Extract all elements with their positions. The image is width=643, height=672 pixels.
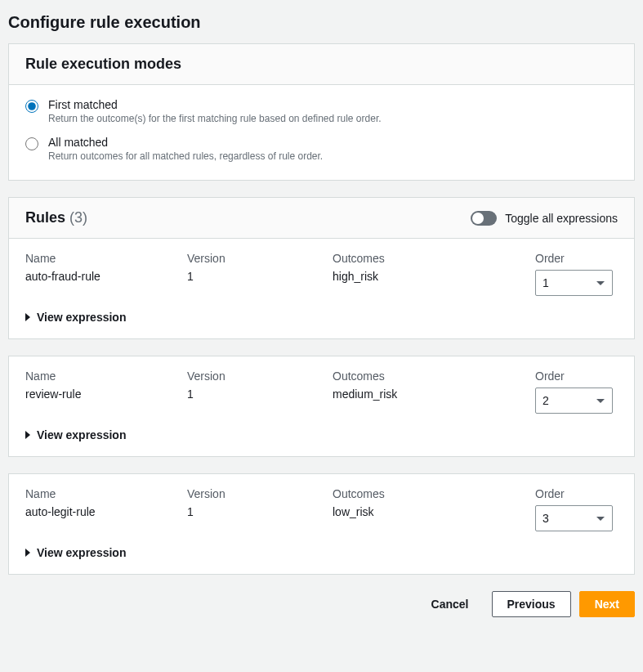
col-outcomes: Outcomes (333, 487, 529, 500)
col-order: Order (535, 487, 618, 500)
col-version: Version (187, 252, 326, 265)
rules-title: Rules (3) (25, 209, 87, 226)
view-expression-label: View expression (37, 311, 126, 324)
toggle-expressions[interactable]: Toggle all expressions (471, 211, 618, 226)
col-version: Version (187, 487, 326, 500)
rule-outcomes: high_risk (333, 270, 529, 283)
rule-card: Name auto-legit-rule Version 1 Outcomes … (8, 473, 635, 575)
toggle-label: Toggle all expressions (505, 212, 618, 225)
rules-count: (3) (69, 209, 87, 226)
chevron-right-icon (25, 431, 30, 439)
order-value: 3 (543, 512, 549, 525)
mode-desc-first: Return the outcome(s) for the first matc… (48, 113, 382, 124)
view-expression-toggle[interactable]: View expression (9, 301, 634, 338)
col-order: Order (535, 252, 618, 265)
mode-option-all[interactable]: All matched Return outcomes for all matc… (25, 136, 618, 162)
mode-label-first: First matched (48, 98, 382, 111)
order-value: 1 (543, 276, 549, 289)
order-value: 2 (543, 394, 549, 407)
rule-version: 1 (187, 505, 326, 518)
chevron-right-icon (25, 313, 30, 321)
view-expression-toggle[interactable]: View expression (9, 536, 634, 574)
caret-down-icon (596, 281, 605, 285)
col-outcomes: Outcomes (333, 252, 529, 265)
col-order: Order (535, 370, 618, 383)
view-expression-toggle[interactable]: View expression (9, 419, 634, 456)
col-name: Name (25, 252, 181, 265)
view-expression-label: View expression (37, 428, 126, 441)
view-expression-label: View expression (37, 546, 126, 559)
order-select[interactable]: 2 (535, 388, 613, 414)
rule-modes-title: Rule execution modes (25, 56, 181, 73)
rule-version: 1 (187, 270, 326, 283)
col-name: Name (25, 487, 181, 500)
order-select[interactable]: 1 (535, 270, 613, 296)
mode-radio-first[interactable] (25, 100, 38, 113)
rule-modes-panel: Rule execution modes First matched Retur… (8, 43, 635, 181)
cancel-button[interactable]: Cancel (417, 591, 484, 617)
mode-label-all: All matched (48, 136, 323, 149)
col-version: Version (187, 370, 326, 383)
rules-panel: Rules (3) Toggle all expressions Name au… (8, 197, 635, 339)
previous-button[interactable]: Previous (492, 591, 571, 617)
rule-card: Name auto-fraud-rule Version 1 Outcomes … (9, 239, 634, 338)
rule-modes-header: Rule execution modes (9, 44, 634, 85)
page-title: Configure rule execution (8, 13, 635, 32)
order-select[interactable]: 3 (535, 505, 613, 531)
caret-down-icon (596, 517, 605, 521)
next-button[interactable]: Next (579, 591, 635, 617)
mode-option-first[interactable]: First matched Return the outcome(s) for … (25, 98, 618, 124)
mode-radio-all[interactable] (25, 137, 38, 150)
chevron-right-icon (25, 549, 30, 557)
rule-version: 1 (187, 388, 326, 401)
rule-name: review-rule (25, 388, 181, 401)
caret-down-icon (596, 399, 605, 403)
toggle-icon[interactable] (471, 211, 497, 226)
rule-card: Name review-rule Version 1 Outcomes medi… (8, 356, 635, 457)
rules-header: Rules (3) Toggle all expressions (9, 198, 634, 239)
col-name: Name (25, 370, 181, 383)
col-outcomes: Outcomes (333, 370, 529, 383)
footer-actions: Cancel Previous Next (8, 591, 635, 620)
rule-name: auto-legit-rule (25, 505, 181, 518)
rule-outcomes: low_risk (333, 505, 529, 518)
rules-title-text: Rules (25, 209, 65, 226)
rule-name: auto-fraud-rule (25, 270, 181, 283)
rule-outcomes: medium_risk (333, 388, 529, 401)
mode-desc-all: Return outcomes for all matched rules, r… (48, 150, 323, 162)
